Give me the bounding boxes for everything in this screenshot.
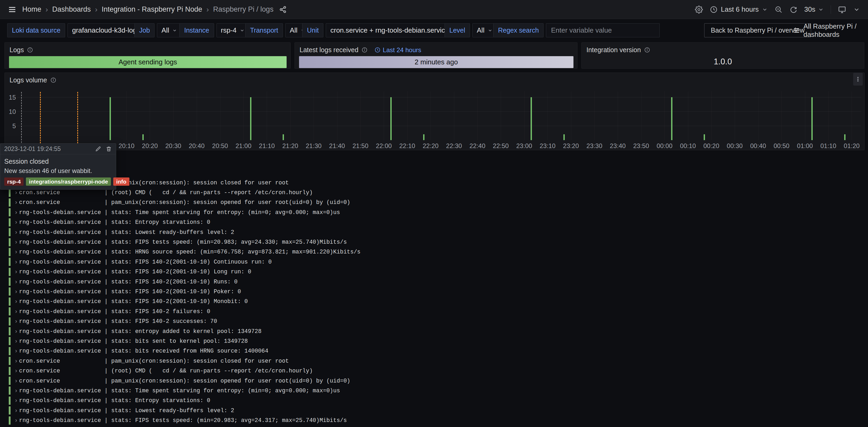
expand-chevron-icon[interactable]: ›: [13, 338, 19, 345]
expand-chevron-icon[interactable]: ›: [13, 259, 19, 265]
annotation-timestamp: 2023-12-01 19:24:55: [4, 145, 61, 152]
log-level-indicator: [9, 198, 10, 207]
regex-search-input[interactable]: [551, 26, 655, 35]
hamburger-menu-icon[interactable]: [8, 5, 17, 14]
log-row[interactable]: ›cron.service | pam_unix(cron:session): …: [0, 356, 868, 366]
grid-line: [851, 91, 852, 140]
expand-chevron-icon[interactable]: ›: [13, 199, 19, 206]
grid-line: [126, 91, 127, 140]
expand-chevron-icon[interactable]: ›: [13, 209, 19, 216]
log-row[interactable]: ›rng-tools-debian.service | stats: FIPS …: [0, 287, 868, 296]
log-row[interactable]: ›rng-tools-debian.service | stats: FIPS …: [0, 316, 868, 326]
expand-chevron-icon[interactable]: ›: [13, 189, 19, 196]
log-row[interactable]: ›rng-tools-debian.service | stats: bits …: [0, 346, 868, 356]
breadcrumb-item[interactable]: Dashboards: [52, 5, 91, 13]
edit-pencil-icon[interactable]: [95, 146, 101, 152]
info-icon[interactable]: [644, 47, 650, 53]
volume-bar: [283, 134, 284, 140]
log-line-text: rng-tools-debian.service | stats: entrop…: [19, 328, 261, 335]
log-level-indicator: [9, 327, 10, 335]
expand-chevron-icon[interactable]: ›: [13, 407, 19, 414]
chevron-down-icon[interactable]: [853, 6, 860, 13]
log-line-text: rng-tools-debian.service | stats: Time s…: [19, 388, 340, 394]
log-row[interactable]: ›rng-tools-debian.service | stats: FIPS …: [0, 415, 868, 425]
expand-chevron-icon[interactable]: ›: [13, 249, 19, 255]
log-level-indicator: [9, 258, 10, 266]
expand-chevron-icon[interactable]: ›: [13, 328, 19, 335]
expand-chevron-icon[interactable]: ›: [13, 268, 19, 275]
expand-chevron-icon[interactable]: ›: [13, 318, 19, 325]
log-row[interactable]: ›rng-tools-debian.service | stats: Lowes…: [0, 405, 868, 415]
x-axis-label: 20:40: [185, 142, 209, 150]
zoom-out-icon[interactable]: [775, 5, 782, 13]
filter-label-job: Job: [134, 23, 155, 37]
log-row[interactable]: ›rng-tools-debian.service | stats: Lowes…: [0, 227, 868, 237]
x-axis-label: 01:10: [816, 142, 840, 150]
log-row[interactable]: ›rng-tools-debian.service | stats: Entro…: [0, 396, 868, 405]
log-row[interactable]: ›rng-tools-debian.service | stats: Time …: [0, 207, 868, 217]
expand-chevron-icon[interactable]: ›: [13, 288, 19, 295]
share-dashboard-icon[interactable]: [279, 6, 287, 13]
x-axis-label: 00:20: [700, 142, 723, 150]
breadcrumb-item[interactable]: Integration - Raspberry Pi Node: [102, 5, 202, 13]
log-row[interactable]: ›cron.service | pam_unix(cron:session): …: [0, 376, 868, 386]
volume-bar: [531, 97, 532, 140]
log-row[interactable]: ›rng-tools-debian.service | stats: FIPS …: [0, 297, 868, 307]
log-level-indicator: [9, 397, 10, 405]
expand-chevron-icon[interactable]: ›: [13, 397, 19, 404]
log-row[interactable]: ›rng-tools-debian.service | stats: FIPS …: [0, 237, 868, 247]
expand-chevron-icon[interactable]: ›: [13, 377, 19, 385]
delete-trash-icon[interactable]: [105, 146, 112, 152]
expand-chevron-icon[interactable]: ›: [13, 298, 19, 305]
time-range-picker[interactable]: Last 6 hours: [710, 5, 768, 13]
grid-line: [618, 91, 618, 140]
tv-view-icon[interactable]: [838, 5, 846, 14]
filter-select-instance[interactable]: rsp-4: [216, 23, 249, 37]
expand-chevron-icon[interactable]: ›: [13, 278, 19, 285]
filter-select-job[interactable]: All: [157, 23, 182, 37]
filter-value-loki: grafanacloud-k3d-logs: [72, 26, 140, 34]
expand-chevron-icon[interactable]: ›: [13, 347, 19, 354]
log-row[interactable]: ›cron.service | pam_unix(cron:session): …: [0, 178, 868, 188]
log-row[interactable]: ›cron.service | (root) CMD ( cd / && run…: [0, 188, 868, 197]
log-row[interactable]: ›rng-tools-debian.service | stats: FIPS …: [0, 277, 868, 287]
expand-chevron-icon[interactable]: ›: [13, 367, 19, 374]
expand-chevron-icon[interactable]: ›: [13, 387, 19, 394]
grid-line: [781, 91, 782, 140]
breadcrumb-item[interactable]: Home: [22, 5, 41, 13]
log-row[interactable]: ›rng-tools-debian.service | stats: bits …: [0, 336, 868, 346]
x-axis-label: 23:00: [512, 142, 536, 150]
refresh-icon[interactable]: [789, 5, 797, 13]
log-row[interactable]: ›rng-tools-debian.service | stats: FIPS …: [0, 307, 868, 316]
log-row[interactable]: ›rng-tools-debian.service | stats: FIPS …: [0, 267, 868, 277]
filter-value-job: All: [161, 26, 169, 34]
log-row[interactable]: ›rng-tools-debian.service | stats: entro…: [0, 326, 868, 336]
log-row[interactable]: ›rng-tools-debian.service | stats: HRNG …: [0, 247, 868, 257]
refresh-interval-picker[interactable]: 30s: [804, 5, 824, 13]
log-row[interactable]: ›rng-tools-debian.service | stats: Time …: [0, 386, 868, 396]
log-row[interactable]: ›cron.service | pam_unix(cron:session): …: [0, 198, 868, 207]
grid-line: [548, 91, 548, 140]
expand-chevron-icon[interactable]: ›: [13, 308, 19, 315]
dashboard-settings-gear-icon[interactable]: [695, 5, 703, 13]
grid-line: [524, 91, 525, 140]
info-icon[interactable]: [362, 47, 368, 53]
log-row[interactable]: ›cron.service | (root) CMD ( cd / && run…: [0, 366, 868, 376]
all-dashboards-link[interactable]: All Raspberry Pi / dashboards: [793, 23, 868, 37]
panel-time-range-link[interactable]: Last 24 hours: [374, 46, 421, 54]
info-icon[interactable]: [27, 47, 33, 53]
log-level-indicator: [9, 287, 10, 295]
log-row[interactable]: ›rng-tools-debian.service | stats: Entro…: [0, 218, 868, 227]
expand-chevron-icon[interactable]: ›: [13, 219, 19, 226]
log-row[interactable]: ›rng-tools-debian.service | stats: FIPS …: [0, 257, 868, 267]
expand-chevron-icon[interactable]: ›: [13, 239, 19, 246]
grid-line: [828, 91, 829, 140]
expand-chevron-icon[interactable]: ›: [13, 229, 19, 236]
filter-select-unit[interactable]: cron.service + rng-tools-debian.service: [326, 23, 461, 37]
grid-line: [220, 91, 220, 140]
expand-chevron-icon[interactable]: ›: [13, 417, 19, 424]
expand-chevron-icon[interactable]: ›: [13, 358, 19, 365]
x-axis-label: 22:00: [372, 142, 396, 150]
y-axis-label: 10: [5, 108, 16, 115]
x-axis-label: 20:10: [115, 142, 138, 150]
